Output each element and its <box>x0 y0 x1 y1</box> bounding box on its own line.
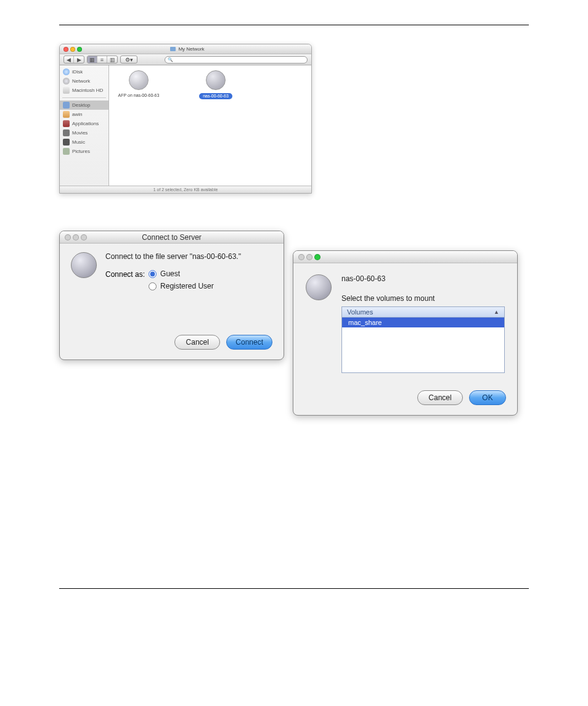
ok-button[interactable]: OK <box>469 390 506 405</box>
column-view-icon[interactable]: ▥ <box>107 56 117 63</box>
sidebar-item-network[interactable]: Network <box>60 76 108 86</box>
applications-icon <box>63 120 70 127</box>
idisk-icon <box>63 68 70 75</box>
finder-status-bar: 1 of 2 selected, Zero KB available <box>60 186 311 193</box>
sidebar-item-pictures[interactable]: Pictures <box>60 147 108 156</box>
connect-to-server-dialog: Connect to Server Connect to the file se… <box>59 231 284 360</box>
radio-registered[interactable]: Registered User <box>149 282 214 290</box>
network-icon <box>63 78 70 84</box>
cancel-button[interactable]: Cancel <box>174 335 220 350</box>
sidebar-item-home[interactable]: awin <box>60 110 108 119</box>
connect-button[interactable]: Connect <box>226 335 272 350</box>
server-globe-icon <box>206 70 226 90</box>
volumes-list[interactable]: Volumes ▲ mac_share <box>341 306 505 373</box>
forward-icon[interactable]: ▶ <box>74 56 84 63</box>
dialog-titlebar <box>293 251 517 263</box>
close-icon[interactable] <box>63 47 68 52</box>
sidebar-item-desktop[interactable]: Desktop <box>60 101 108 110</box>
pictures-icon <box>63 148 70 155</box>
volume-item[interactable]: mac_share <box>342 318 504 327</box>
server-item-label: AFP on nas-00-60-63 <box>118 93 160 98</box>
sidebar-item-applications[interactable]: Applications <box>60 119 108 128</box>
nav-buttons[interactable]: ◀ ▶ <box>63 55 84 64</box>
cancel-button[interactable]: Cancel <box>417 390 463 405</box>
music-icon <box>63 139 70 146</box>
sidebar-item-idisk[interactable]: iDisk <box>60 67 108 76</box>
sidebar-item-music[interactable]: Music <box>60 138 108 147</box>
select-volumes-dialog: nas-00-60-63 Select the volumes to mount… <box>293 250 518 416</box>
home-icon <box>63 111 70 118</box>
action-menu[interactable]: ⚙▾ <box>120 55 137 64</box>
zoom-icon <box>81 234 87 240</box>
server-item-label: nas-00-60-63 <box>199 93 232 99</box>
folder-icon <box>170 47 176 51</box>
window-title-text: My Network <box>178 46 204 52</box>
server-globe-icon <box>129 70 149 90</box>
server-item-selected[interactable]: nas-00-60-63 <box>191 70 240 99</box>
close-icon[interactable] <box>298 254 304 260</box>
sort-indicator-icon: ▲ <box>494 309 499 315</box>
finder-titlebar: My Network <box>60 44 311 54</box>
search-icon: 🔍 <box>168 57 173 62</box>
server-icon <box>306 274 332 373</box>
back-icon[interactable]: ◀ <box>64 56 74 63</box>
radio-guest-input[interactable] <box>149 270 157 278</box>
connect-prompt: Connect to the file server "nas-00-60-63… <box>105 252 241 261</box>
movies-icon <box>63 129 70 136</box>
finder-content[interactable]: AFP on nas-00-60-63 nas-00-60-63 <box>109 65 311 186</box>
icon-view-icon[interactable]: ▦ <box>88 56 97 63</box>
minimize-icon <box>73 234 79 240</box>
zoom-icon[interactable] <box>77 47 82 52</box>
sidebar-item-hd[interactable]: Macintosh HD <box>60 86 108 95</box>
finder-sidebar: iDisk Network Macintosh HD Desktop awin … <box>60 65 109 186</box>
connect-as-label: Connect as: <box>105 270 145 279</box>
close-icon[interactable] <box>65 234 71 240</box>
zoom-icon[interactable] <box>314 254 321 260</box>
minimize-icon[interactable] <box>70 47 75 52</box>
window-title: My Network <box>82 46 293 52</box>
dialog-title: Connect to Server <box>87 233 256 242</box>
server-name: nas-00-60-63 <box>341 274 505 283</box>
finder-toolbar: ◀ ▶ ▦ ≡ ▥ ⚙▾ 🔍 <box>60 54 311 65</box>
dialog-titlebar: Connect to Server <box>60 231 284 244</box>
volumes-instruction: Select the volumes to mount <box>341 294 505 303</box>
list-view-icon[interactable]: ≡ <box>97 56 107 63</box>
view-buttons[interactable]: ▦ ≡ ▥ <box>87 55 118 64</box>
radio-guest[interactable]: Guest <box>149 269 214 278</box>
search-input[interactable]: 🔍 <box>165 56 308 64</box>
volumes-column-header[interactable]: Volumes ▲ <box>342 307 504 318</box>
server-icon <box>71 252 97 294</box>
radio-registered-input[interactable] <box>149 282 157 290</box>
minimize-icon <box>306 254 312 260</box>
hd-icon <box>63 87 70 94</box>
desktop-icon <box>63 102 70 109</box>
finder-window: My Network ◀ ▶ ▦ ≡ ▥ ⚙▾ 🔍 iDisk Network <box>59 44 312 194</box>
sidebar-item-movies[interactable]: Movies <box>60 128 108 138</box>
server-item[interactable]: AFP on nas-00-60-63 <box>114 70 163 98</box>
